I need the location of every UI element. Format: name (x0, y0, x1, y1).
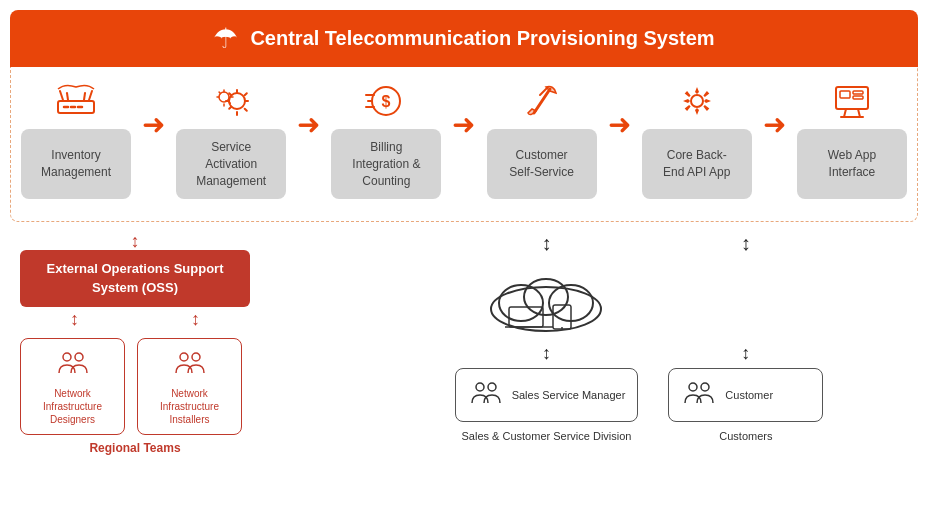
cloud-icon (481, 259, 611, 339)
svg-point-30 (499, 285, 543, 321)
gear-settings-icon (209, 79, 253, 123)
svg-point-31 (524, 279, 568, 315)
arrow-5: ➜ (763, 108, 786, 141)
service-manager-person-icon (468, 377, 504, 413)
svg-point-38 (488, 383, 496, 391)
module-inventory: Inventory Management (21, 79, 131, 199)
svg-line-6 (84, 93, 85, 100)
division-title: Sales & Customer Service Division (462, 430, 632, 442)
oss-box: External Operations Support System (OSS) (20, 250, 250, 306)
cloud-section: ↕ ↕ (455, 232, 639, 442)
svg-line-20 (858, 109, 860, 117)
header-banner: ☂ Central Telecommunication Provisioning… (10, 10, 918, 67)
module-web-app: Web App Interface (797, 79, 907, 199)
customer-person-icon (681, 377, 717, 413)
wrench-icon (520, 79, 564, 123)
bottom-section: ↕ External Operations Support System (OS… (10, 232, 918, 454)
customer-bottom-arrow: ↕ (741, 343, 750, 364)
team-box-installers: Network Infrastructure Installers (137, 338, 242, 435)
right-area: ↕ ↕ (350, 232, 918, 442)
umbrella-icon: ☂ (213, 22, 238, 55)
modules-wrapper: Inventory Management ➜ (10, 67, 918, 222)
router-icon (54, 79, 98, 123)
svg-point-26 (75, 353, 83, 361)
oss-top-arrow: ↕ (20, 232, 250, 250)
svg-text:$: $ (382, 93, 391, 110)
regional-teams-row: Network Infrastructure Designers Network… (20, 338, 242, 435)
svg-point-39 (689, 383, 697, 391)
arrow-2: ➜ (297, 108, 320, 141)
svg-point-37 (476, 383, 484, 391)
left-area: ↕ External Operations Support System (OS… (10, 232, 350, 454)
svg-point-25 (63, 353, 71, 361)
svg-point-17 (691, 95, 703, 107)
dollar-circle-icon: $ (364, 79, 408, 123)
svg-line-19 (844, 109, 846, 117)
module-core-backend: Core Back- End API App (642, 79, 752, 199)
service-manager-box: Sales Service Manager (455, 368, 639, 422)
module-box-customer-self-service: Customer Self-Service (487, 129, 597, 199)
module-box-service-activation: Service Activation Management (176, 129, 286, 199)
cloud-row: ↕ ↕ (360, 232, 918, 442)
customer-top-arrow: ↕ (741, 232, 751, 255)
svg-point-40 (701, 383, 709, 391)
monitor-icon (830, 79, 874, 123)
team-person-icon-designers (55, 347, 91, 383)
svg-point-28 (192, 353, 200, 361)
cloud-arrow-top: ↕ (541, 232, 551, 255)
module-box-core-backend: Core Back- End API App (642, 129, 752, 199)
svg-rect-33 (509, 307, 543, 327)
module-billing: $ Billing Integration & Counting (331, 79, 441, 199)
svg-line-4 (60, 91, 63, 100)
svg-line-5 (67, 93, 68, 100)
cloud-arrow-bottom: ↕ (542, 343, 551, 364)
customer-box: Customer (668, 368, 823, 422)
regional-title: Regional Teams (20, 441, 250, 455)
oss-arrow-left: ↕ (55, 309, 95, 330)
svg-rect-22 (840, 91, 850, 98)
module-customer-self-service: Customer Self-Service (487, 79, 597, 199)
arrow-1: ➜ (142, 108, 165, 141)
arrow-4: ➜ (608, 108, 631, 141)
team-box-designers: Network Infrastructure Designers (20, 338, 125, 435)
cog-gear-icon (675, 79, 719, 123)
customer-col: ↕ ↕ Customer Customers (668, 232, 823, 442)
module-service-activation: Service Activation Management (176, 79, 286, 199)
module-box-web-app: Web App Interface (797, 129, 907, 199)
team-person-icon-installers (172, 347, 208, 383)
svg-point-27 (180, 353, 188, 361)
svg-point-29 (491, 287, 601, 331)
svg-line-7 (89, 91, 92, 100)
oss-arrow-row: ↕ ↕ (20, 309, 250, 330)
modules-row: Inventory Management ➜ (21, 79, 907, 199)
header-title: Central Telecommunication Provisioning S… (250, 27, 714, 50)
main-container: ☂ Central Telecommunication Provisioning… (0, 0, 928, 465)
module-box-inventory: Inventory Management (21, 129, 131, 199)
oss-arrow-right: ↕ (176, 309, 216, 330)
customers-title: Customers (719, 430, 772, 442)
module-box-billing: Billing Integration & Counting (331, 129, 441, 199)
svg-rect-23 (853, 91, 863, 94)
arrow-3: ➜ (452, 108, 475, 141)
svg-rect-24 (853, 96, 863, 99)
